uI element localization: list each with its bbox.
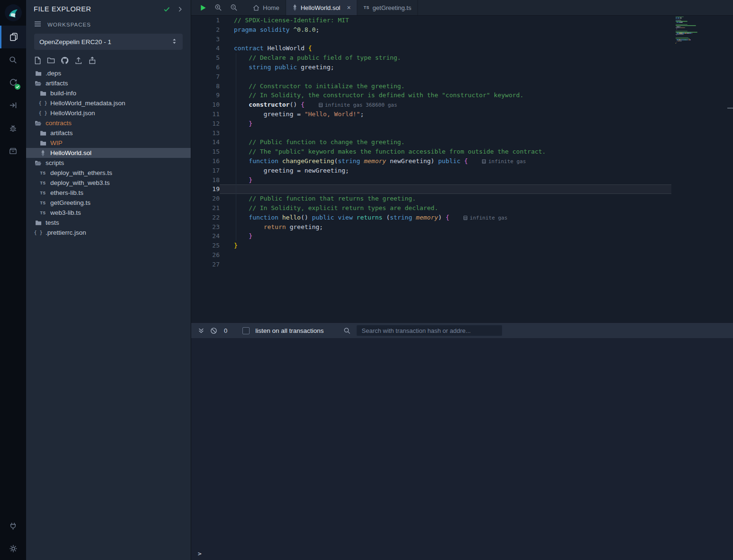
tree-item-getGreeting.ts[interactable]: TSgetGreeting.ts: [26, 198, 191, 208]
tree-item-ethers-lib.ts[interactable]: TSethers-lib.ts: [26, 188, 191, 198]
line-number[interactable]: 2: [191, 25, 220, 35]
tab-HelloWorld.sol[interactable]: HelloWorld.sol×: [286, 0, 358, 15]
code-line-12[interactable]: 12 }: [191, 119, 671, 129]
tree-item-HelloWorld.json[interactable]: { }HelloWorld.json: [26, 108, 191, 118]
tree-item-web3-lib.ts[interactable]: TSweb3-lib.ts: [26, 208, 191, 218]
code-line-19[interactable]: 19: [191, 184, 671, 194]
solidity-compiler-button[interactable]: [0, 71, 26, 94]
deploy-run-button[interactable]: [0, 94, 26, 117]
chevron-right-icon[interactable]: [177, 6, 183, 12]
code-line-16[interactable]: 16 function changeGreeting(string memory…: [191, 156, 671, 166]
line-number[interactable]: 21: [191, 203, 220, 213]
line-number[interactable]: 1: [191, 16, 220, 25]
terminal[interactable]: >: [191, 338, 733, 560]
line-number[interactable]: 7: [191, 72, 220, 82]
line-number[interactable]: 8: [191, 82, 220, 91]
menu-icon[interactable]: [34, 20, 41, 29]
code-line-15[interactable]: 15 // The "public" keyword makes the fun…: [191, 147, 671, 156]
upload-folder-icon[interactable]: [88, 56, 96, 64]
workspace-select[interactable]: OpenZeppelin ERC20 - 1: [34, 34, 183, 50]
tree-item-deploy_with_ethers.ts[interactable]: TSdeploy_with_ethers.ts: [26, 168, 191, 178]
code-line-6[interactable]: 6 string public greeting;: [191, 63, 671, 72]
code-line-26[interactable]: 26: [191, 250, 671, 260]
code-line-20[interactable]: 20 // Public function that returns the g…: [191, 194, 671, 203]
upload-file-icon[interactable]: [74, 56, 83, 64]
debugger-button[interactable]: [0, 117, 26, 139]
code-line-7[interactable]: 7: [191, 72, 671, 82]
code-line-25[interactable]: 25}: [191, 241, 671, 250]
tree-item-tests[interactable]: tests: [26, 218, 191, 228]
plugin-connect-button[interactable]: [0, 514, 26, 537]
code-line-4[interactable]: 4contract HelloWorld {: [191, 44, 671, 53]
code-line-2[interactable]: 2pragma solidity ^0.8.0;: [191, 25, 671, 35]
code-line-23[interactable]: 23 return greeting;: [191, 222, 671, 232]
code-line-17[interactable]: 17 greeting = newGreeting;: [191, 166, 671, 175]
line-number[interactable]: 4: [191, 44, 220, 53]
plugin-manager-button[interactable]: [0, 139, 26, 162]
line-number[interactable]: 24: [191, 231, 220, 241]
line-number[interactable]: 3: [191, 35, 220, 44]
line-number[interactable]: 9: [191, 91, 220, 100]
line-number[interactable]: 5: [191, 53, 220, 63]
line-number[interactable]: 23: [191, 222, 220, 232]
clear-console-icon[interactable]: [210, 327, 217, 334]
line-number[interactable]: 18: [191, 175, 220, 185]
tree-item-WIP[interactable]: WIP: [26, 138, 191, 148]
line-number[interactable]: 20: [191, 194, 220, 203]
code-line-11[interactable]: 11 greeting = "Hello, World!";: [191, 110, 671, 119]
github-icon[interactable]: [61, 56, 69, 64]
code-editor[interactable]: 1// SPDX-License-Identifier: MIT2pragma …: [191, 16, 733, 322]
line-number[interactable]: 19: [191, 184, 220, 194]
line-number[interactable]: 17: [191, 166, 220, 175]
close-tab-icon[interactable]: ×: [347, 4, 351, 11]
code-line-27[interactable]: 27: [191, 260, 671, 269]
zoom-in-icon[interactable]: [214, 4, 222, 11]
tree-item-contracts[interactable]: contracts: [26, 118, 191, 128]
terminal-prompt[interactable]: >: [198, 550, 202, 557]
code-line-10[interactable]: 10 constructor() {infinite gas 368600 ga…: [191, 100, 671, 110]
tree-item-.prettierrc.json[interactable]: { }.prettierrc.json: [26, 228, 191, 238]
terminal-expand-icon[interactable]: [198, 327, 204, 334]
line-number[interactable]: 13: [191, 129, 220, 138]
tab-Home[interactable]: Home: [247, 0, 286, 15]
line-number[interactable]: 15: [191, 147, 220, 156]
scrollbar-thumb[interactable]: [727, 108, 733, 109]
run-script-icon[interactable]: [200, 4, 206, 11]
code-line-8[interactable]: 8 // Constructor to initialize the greet…: [191, 82, 671, 91]
code-line-14[interactable]: 14 // Public function to change the gree…: [191, 138, 671, 147]
check-icon[interactable]: [163, 6, 170, 13]
line-number[interactable]: 26: [191, 250, 220, 260]
new-folder-icon[interactable]: [47, 57, 55, 64]
tree-item-build-info[interactable]: build-info: [26, 88, 191, 98]
new-file-icon[interactable]: [34, 56, 41, 64]
code-line-21[interactable]: 21 // In Solidity, explicit return types…: [191, 203, 671, 213]
line-number[interactable]: 27: [191, 260, 220, 269]
code-line-9[interactable]: 9 // In Solidity, the constructor is def…: [191, 91, 671, 100]
tree-item-.deps[interactable]: .deps: [26, 68, 191, 78]
line-number[interactable]: 11: [191, 110, 220, 119]
remix-logo[interactable]: [0, 0, 26, 26]
terminal-search-input[interactable]: [356, 325, 502, 336]
search-button[interactable]: [0, 48, 26, 71]
tree-item-artifacts[interactable]: artifacts: [26, 78, 191, 88]
line-number[interactable]: 14: [191, 138, 220, 147]
code-line-24[interactable]: 24 }: [191, 231, 671, 241]
settings-button[interactable]: [0, 537, 26, 560]
code-line-3[interactable]: 3: [191, 35, 671, 44]
code-line-22[interactable]: 22 function hello() public view returns …: [191, 213, 671, 222]
line-number[interactable]: 10: [191, 100, 220, 110]
code-line-18[interactable]: 18 }: [191, 175, 671, 185]
line-number[interactable]: 16: [191, 156, 220, 166]
file-explorer-button[interactable]: [0, 26, 26, 48]
code-line-1[interactable]: 1// SPDX-License-Identifier: MIT: [191, 16, 671, 25]
tree-item-HelloWorld_metadata.json[interactable]: { }HelloWorld_metadata.json: [26, 98, 191, 108]
tree-item-scripts[interactable]: scripts: [26, 158, 191, 168]
code-line-13[interactable]: 13: [191, 129, 671, 138]
tree-item-HelloWorld.sol[interactable]: HelloWorld.sol: [26, 148, 191, 158]
zoom-out-icon[interactable]: [230, 4, 238, 11]
tree-item-artifacts[interactable]: artifacts: [26, 128, 191, 138]
code-line-5[interactable]: 5 // Declare a public field of type stri…: [191, 53, 671, 63]
line-number[interactable]: 6: [191, 63, 220, 72]
minimap[interactable]: [676, 17, 712, 46]
line-number[interactable]: 25: [191, 241, 220, 250]
